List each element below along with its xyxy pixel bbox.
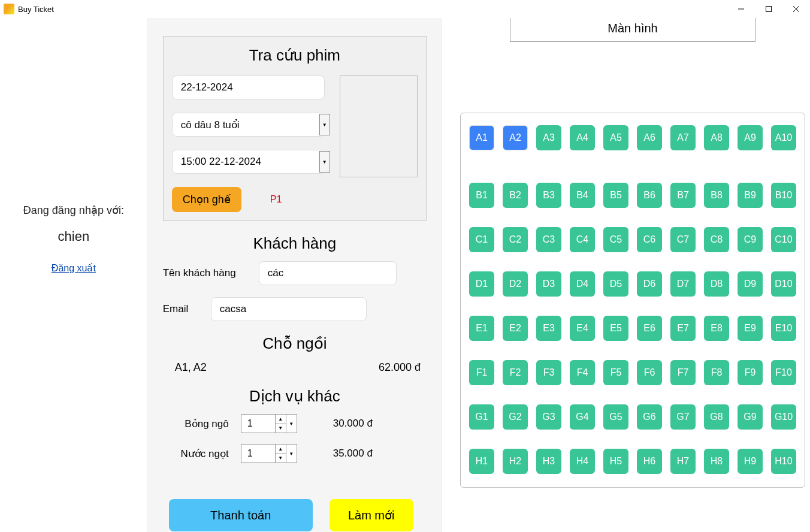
seat-E8[interactable]: E8 xyxy=(704,316,729,341)
seat-G7[interactable]: G7 xyxy=(670,404,696,430)
choose-seat-button[interactable]: Chọn ghế xyxy=(172,187,241,212)
movie-select[interactable] xyxy=(172,113,325,137)
chevron-down-icon[interactable]: ▼ xyxy=(286,445,297,463)
customer-name-input[interactable] xyxy=(259,261,397,285)
seat-E2[interactable]: E2 xyxy=(503,316,528,341)
seat-G1[interactable]: G1 xyxy=(469,404,494,430)
seat-C4[interactable]: C4 xyxy=(570,227,595,252)
seat-D10[interactable]: D10 xyxy=(771,271,796,297)
close-button[interactable] xyxy=(782,0,810,18)
seat-D9[interactable]: D9 xyxy=(738,271,763,297)
chevron-up-icon[interactable]: ▲ xyxy=(276,415,286,424)
seat-G9[interactable]: G9 xyxy=(738,404,763,430)
seat-B7[interactable]: B7 xyxy=(670,183,696,208)
seat-E9[interactable]: E9 xyxy=(738,316,763,341)
chevron-down-icon[interactable]: ▼ xyxy=(276,424,286,433)
chevron-down-icon[interactable]: ▼ xyxy=(319,151,330,173)
seat-F1[interactable]: F1 xyxy=(469,360,494,385)
seat-D7[interactable]: D7 xyxy=(670,271,696,297)
seat-D3[interactable]: D3 xyxy=(536,271,561,297)
seat-D5[interactable]: D5 xyxy=(603,271,628,297)
seat-A8[interactable]: A8 xyxy=(704,125,729,150)
seat-H9[interactable]: H9 xyxy=(738,449,763,474)
seat-G8[interactable]: G8 xyxy=(704,404,729,430)
chevron-up-icon[interactable]: ▲ xyxy=(276,445,286,454)
reset-button[interactable]: Làm mới xyxy=(330,499,413,531)
seat-E5[interactable]: E5 xyxy=(603,316,628,341)
seat-E3[interactable]: E3 xyxy=(536,316,561,341)
seat-F8[interactable]: F8 xyxy=(704,360,729,385)
quantity-stepper[interactable]: 1▲▼▼ xyxy=(241,444,297,463)
date-input[interactable] xyxy=(172,75,325,99)
maximize-button[interactable] xyxy=(755,0,782,18)
seat-B6[interactable]: B6 xyxy=(637,183,662,208)
seat-B3[interactable]: B3 xyxy=(536,183,561,208)
seat-A6[interactable]: A6 xyxy=(637,125,662,150)
seat-A9[interactable]: A9 xyxy=(738,125,763,150)
seat-B5[interactable]: B5 xyxy=(603,183,628,208)
seat-G6[interactable]: G6 xyxy=(637,404,662,430)
seat-H7[interactable]: H7 xyxy=(670,449,696,474)
seat-D4[interactable]: D4 xyxy=(570,271,595,297)
seat-E10[interactable]: E10 xyxy=(771,316,796,341)
seat-D8[interactable]: D8 xyxy=(704,271,729,297)
seat-C2[interactable]: C2 xyxy=(503,227,528,252)
seat-C9[interactable]: C9 xyxy=(738,227,763,252)
chevron-down-icon[interactable]: ▼ xyxy=(286,415,297,433)
seat-F7[interactable]: F7 xyxy=(670,360,696,385)
seat-A7[interactable]: A7 xyxy=(670,125,696,150)
seat-F6[interactable]: F6 xyxy=(637,360,662,385)
seat-C7[interactable]: C7 xyxy=(670,227,696,252)
seat-E1[interactable]: E1 xyxy=(469,316,494,341)
seat-H5[interactable]: H5 xyxy=(603,449,628,474)
seat-A4[interactable]: A4 xyxy=(570,125,595,150)
seat-G2[interactable]: G2 xyxy=(503,404,528,430)
logout-link[interactable]: Đăng xuất xyxy=(52,262,96,274)
seat-B9[interactable]: B9 xyxy=(738,183,763,208)
seat-H8[interactable]: H8 xyxy=(704,449,729,474)
seat-C5[interactable]: C5 xyxy=(603,227,628,252)
seat-A1[interactable]: A1 xyxy=(469,125,494,150)
seat-B10[interactable]: B10 xyxy=(771,183,796,208)
seat-G10[interactable]: G10 xyxy=(771,404,796,430)
seat-F9[interactable]: F9 xyxy=(738,360,763,385)
customer-email-input[interactable] xyxy=(211,297,367,321)
seat-B1[interactable]: B1 xyxy=(469,183,494,208)
seat-E4[interactable]: E4 xyxy=(570,316,595,341)
seat-G5[interactable]: G5 xyxy=(603,404,628,430)
seat-C1[interactable]: C1 xyxy=(469,227,494,252)
seat-D1[interactable]: D1 xyxy=(469,271,494,297)
seat-B4[interactable]: B4 xyxy=(570,183,595,208)
seat-G3[interactable]: G3 xyxy=(536,404,561,430)
seat-F5[interactable]: F5 xyxy=(603,360,628,385)
seat-E6[interactable]: E6 xyxy=(637,316,662,341)
seat-F3[interactable]: F3 xyxy=(536,360,561,385)
seat-H4[interactable]: H4 xyxy=(570,449,595,474)
pay-button[interactable]: Thanh toán xyxy=(169,499,313,531)
seat-C8[interactable]: C8 xyxy=(704,227,729,252)
seat-B8[interactable]: B8 xyxy=(704,183,729,208)
seat-H2[interactable]: H2 xyxy=(503,449,528,474)
seat-A3[interactable]: A3 xyxy=(536,125,561,150)
seat-F2[interactable]: F2 xyxy=(503,360,528,385)
seat-H3[interactable]: H3 xyxy=(536,449,561,474)
chevron-down-icon[interactable]: ▼ xyxy=(276,454,286,463)
seat-H1[interactable]: H1 xyxy=(469,449,494,474)
seat-A10[interactable]: A10 xyxy=(771,125,796,150)
seat-G4[interactable]: G4 xyxy=(570,404,595,430)
seat-H10[interactable]: H10 xyxy=(771,449,796,474)
showtime-select[interactable] xyxy=(172,150,325,174)
quantity-stepper[interactable]: 1▲▼▼ xyxy=(241,414,297,433)
seat-C6[interactable]: C6 xyxy=(637,227,662,252)
seat-F4[interactable]: F4 xyxy=(570,360,595,385)
seat-H6[interactable]: H6 xyxy=(637,449,662,474)
seat-D6[interactable]: D6 xyxy=(637,271,662,297)
minimize-button[interactable] xyxy=(727,0,755,18)
seat-C10[interactable]: C10 xyxy=(771,227,796,252)
chevron-down-icon[interactable]: ▼ xyxy=(319,114,330,135)
seat-E7[interactable]: E7 xyxy=(670,316,696,341)
seat-B2[interactable]: B2 xyxy=(503,183,528,208)
seat-A5[interactable]: A5 xyxy=(603,125,628,150)
seat-A2[interactable]: A2 xyxy=(503,125,528,150)
seat-F10[interactable]: F10 xyxy=(771,360,796,385)
